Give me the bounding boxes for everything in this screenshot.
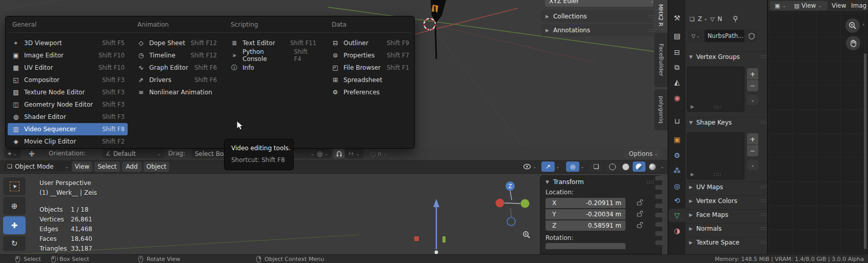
- sidebar-tab-polygoniq[interactable]: polygoniq: [654, 89, 668, 130]
- proportional-edit-button[interactable]: ◌ ∩ ⌄: [366, 149, 392, 158]
- overlays-toggle[interactable]: ◎: [566, 161, 579, 172]
- unlock-icon[interactable]: [637, 199, 643, 207]
- viewport-zoom-button[interactable]: [519, 228, 534, 242]
- properties-tab-tool[interactable]: ⚒: [669, 11, 685, 25]
- menu-item-dope-sheet[interactable]: ◇Dope SheetShift F12: [133, 37, 220, 49]
- image-editor-type-button[interactable]: ▣ ⌄: [770, 1, 791, 10]
- properties-tab-output[interactable]: ⊟: [669, 46, 685, 59]
- vertex-groups-add-button[interactable]: +: [747, 68, 758, 79]
- properties-tab-material[interactable]: ◑: [669, 224, 685, 237]
- menu-item-graph-editor[interactable]: ∿Graph EditorShift F6: [133, 62, 220, 74]
- menu-item-uv-editor[interactable]: ▦UV EditorShift F10: [8, 62, 128, 74]
- list-expand-icon[interactable]: ▶: [691, 172, 694, 177]
- sidebar-collapsed-tab[interactable]: [655, 213, 665, 217]
- sidebar-collapsed-tab[interactable]: [655, 240, 665, 245]
- menu-item-text-editor[interactable]: ≣Text EditorShift F11: [226, 37, 319, 49]
- menu-item-shader-editor[interactable]: ◍Shader EditorShift F3: [8, 111, 128, 123]
- rotation-field-partial[interactable]: [546, 243, 625, 249]
- image-pan-button[interactable]: [846, 36, 860, 50]
- panel-header-face-maps[interactable]: ▶Face Maps∷∷: [685, 209, 768, 219]
- datablock-type-dropdown[interactable]: ▽ ⌄: [688, 30, 703, 42]
- image-zoom-button[interactable]: [845, 18, 860, 33]
- panel-annotations[interactable]: ▶ Annotations ∷∷: [541, 24, 660, 36]
- properties-tab-scene[interactable]: ◭: [669, 75, 685, 89]
- chevron-down-icon[interactable]: ⌄: [660, 164, 664, 169]
- sidebar-collapsed-tab[interactable]: [655, 231, 665, 236]
- xray-toggle[interactable]: ❏: [590, 161, 603, 172]
- sidebar-collapsed-tab[interactable]: [655, 194, 665, 199]
- select-box-tool[interactable]: ➤: [3, 177, 26, 195]
- properties-tab-object[interactable]: ▣: [669, 133, 685, 146]
- snap-settings-button[interactable]: ⊦⊦ ⌄: [345, 149, 364, 158]
- image-menu-imag[interactable]: Imag: [851, 2, 866, 9]
- options-button[interactable]: Options ⌄: [624, 149, 662, 158]
- image-mode-dropdown[interactable]: ▨ View ⌄: [789, 1, 827, 10]
- sidebar-tab-facebuilder[interactable]: FaceBuilder: [654, 33, 668, 87]
- properties-tab-constraints[interactable]: ⟲: [669, 194, 685, 207]
- menu-select[interactable]: Select: [94, 161, 120, 172]
- menu-item-movie-clip-editor[interactable]: ◈Movie Clip EditorShift F2: [8, 135, 128, 148]
- shading-solid-button[interactable]: [619, 161, 632, 172]
- editor-type-button[interactable]: ⌖ ⌄: [4, 149, 21, 158]
- menu-item-timeline[interactable]: ◷TimelineShift F12: [133, 49, 220, 62]
- menu-item-drivers[interactable]: ⇗DriversShift F6: [133, 74, 220, 86]
- menu-object[interactable]: Object: [144, 161, 169, 172]
- properties-tab-particles[interactable]: ⁂: [669, 164, 685, 177]
- vertex-groups-list[interactable]: ▶∷∷: [687, 67, 744, 112]
- image-editor-scrollbar[interactable]: [864, 53, 866, 249]
- menu-item-texture-node-editor[interactable]: ▨Texture Node EditorShift F3: [8, 86, 128, 98]
- sidebar-collapsed-tab[interactable]: [655, 176, 665, 180]
- panel-header-vertex-groups[interactable]: ▼Vertex Groups∷∷: [685, 51, 768, 62]
- shading-material-button[interactable]: [633, 161, 645, 172]
- rotate-tool[interactable]: ↻: [3, 236, 26, 251]
- properties-tab-view-layer[interactable]: ⧉: [669, 60, 685, 74]
- image-menu-view[interactable]: View: [832, 2, 846, 9]
- menu-item-info[interactable]: ⓘInfo: [226, 62, 319, 74]
- shape-keys-specials-button[interactable]: ⌄: [747, 160, 758, 170]
- panel-header-uv-maps[interactable]: ▶UV Maps∷∷: [685, 181, 768, 192]
- breadcrumb-object-name[interactable]: Z: [698, 15, 702, 23]
- panel-header-normals[interactable]: ▶Normals∷∷: [685, 223, 768, 233]
- menu-item-outliner[interactable]: ⊟OutlinerShift F9: [327, 37, 412, 49]
- gizmos-toggle[interactable]: ↗: [541, 161, 555, 172]
- region-collapse-chevron[interactable]: ‹: [862, 21, 864, 28]
- menu-add[interactable]: Add: [122, 161, 142, 172]
- list-expand-icon[interactable]: ▶: [691, 104, 694, 110]
- shape-keys-remove-button[interactable]: −: [747, 145, 758, 156]
- unlock-icon[interactable]: [637, 221, 643, 230]
- cursor-tool[interactable]: ⊕: [3, 197, 26, 215]
- vertex-groups-remove-button[interactable]: −: [747, 80, 758, 91]
- menu-item-geometry-node-editor[interactable]: ◫Geometry Node EditorShift F3: [8, 98, 128, 111]
- navigation-gizmo[interactable]: Z: [492, 179, 533, 232]
- menu-item-video-sequencer[interactable]: ▥Video SequencerShift F8: [8, 123, 128, 135]
- pin-icon[interactable]: [733, 16, 738, 23]
- menu-item-properties[interactable]: ⊜PropertiesShift F7: [327, 49, 412, 62]
- properties-tab-physics[interactable]: ◎: [669, 179, 685, 193]
- sidebar-collapsed-tab[interactable]: [655, 204, 665, 208]
- sidebar-collapsed-tab[interactable]: [655, 185, 665, 190]
- panel-header-texture-space[interactable]: ▶Texture Space∷∷: [685, 237, 768, 247]
- menu-item-3d-viewport[interactable]: ⌖3D ViewportShift F5: [8, 37, 128, 49]
- menu-item-image-editor[interactable]: ▣Image EditorShift F10: [8, 49, 128, 62]
- active-tool-move-icon[interactable]: ✚: [29, 150, 35, 157]
- menu-view[interactable]: View: [72, 161, 92, 172]
- sidebar-collapsed-tab[interactable]: [655, 222, 665, 227]
- sidebar-tab-mhx2-r[interactable]: MHX2 R: [653, 0, 668, 31]
- datablock-name-field[interactable]: NurbsPath...: [704, 30, 744, 42]
- properties-tab-collection[interactable]: ⊔: [669, 114, 685, 128]
- chevron-down-icon[interactable]: ⌄: [556, 164, 560, 169]
- vertex-groups-specials-button[interactable]: ⌄: [747, 95, 758, 105]
- show-gizmo-visibility-button[interactable]: ⌄: [520, 161, 539, 171]
- properties-tab-object-data[interactable]: ▽: [669, 209, 685, 222]
- chevron-down-icon[interactable]: ⌄: [580, 164, 584, 169]
- snap-toggle-button[interactable]: [333, 149, 345, 158]
- unlock-icon[interactable]: [637, 210, 643, 218]
- pivot-point-button[interactable]: ◎ ⌄: [314, 149, 331, 158]
- location-x-field[interactable]: X-0.20911 m: [546, 198, 625, 208]
- shape-keys-list[interactable]: ▶∷∷: [687, 132, 744, 179]
- orientation-dropdown[interactable]: ∠ Default ⌄: [103, 149, 164, 158]
- menu-item-python-console[interactable]: »Python ConsoleShift F4: [226, 49, 319, 62]
- panel-header-vertex-colors[interactable]: ▶Vertex Colors∷∷: [685, 195, 768, 206]
- shape-keys-add-button[interactable]: +: [747, 133, 758, 145]
- shading-wireframe-button[interactable]: [606, 161, 619, 172]
